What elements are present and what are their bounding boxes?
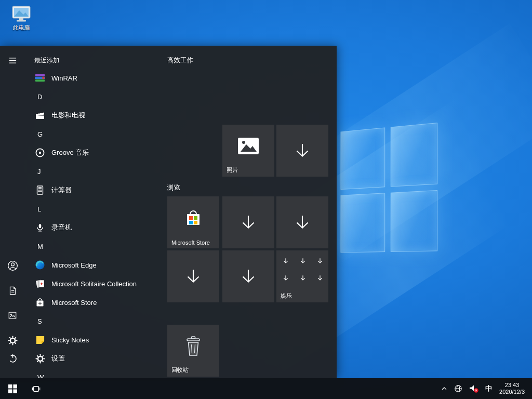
recently-added-header: 最近添加 (34, 56, 59, 65)
documents-button[interactable] (0, 278, 25, 303)
tile-area: 高效工作 照片 浏览 (161, 46, 337, 378)
app-item-microsoft-edge[interactable]: Microsoft Edge (25, 256, 161, 274)
tile-label: 娱乐 (281, 292, 292, 300)
document-icon (8, 286, 17, 296)
letter-L[interactable]: L (25, 200, 161, 218)
settings-gear-icon (34, 353, 46, 364)
start-menu: 最近添加 WinRAR D (0, 46, 337, 378)
app-label: 录音机 (51, 223, 72, 232)
app-label: 计算器 (51, 185, 72, 195)
tile-photos[interactable]: 照片 (222, 125, 274, 177)
system-tray: 中 23:43 2020/12/3 (437, 378, 532, 399)
app-item-settings[interactable]: 设置 (25, 349, 161, 368)
windows-desktop: 此电脑 (0, 0, 532, 399)
sticky-notes-icon (34, 334, 46, 345)
tile-download-3[interactable] (276, 196, 328, 248)
download-arrow-icon (222, 250, 274, 302)
letter-J[interactable]: J (25, 162, 161, 181)
app-item-groove-music[interactable]: Groove 音乐 (25, 143, 161, 162)
tile-label: 回收站 (171, 366, 189, 374)
letter-M[interactable]: M (25, 237, 161, 256)
winrar-icon (34, 72, 46, 84)
app-label: 设置 (51, 354, 65, 363)
taskbar: 中 23:43 2020/12/3 (0, 378, 532, 399)
tile-microsoft-store[interactable]: Microsoft Store (167, 196, 219, 248)
app-label: Sticky Notes (51, 336, 89, 344)
mini-download-icon (316, 257, 324, 265)
gear-icon (8, 336, 18, 345)
start-button[interactable] (0, 378, 25, 399)
tile-download-5[interactable] (222, 250, 274, 302)
ime-indicator[interactable]: 中 (482, 378, 495, 399)
windows-start-icon (8, 384, 17, 393)
logo-pane (341, 128, 384, 189)
start-menu-rail (0, 46, 25, 378)
tile-download-1[interactable] (276, 125, 328, 177)
download-arrow-icon (276, 125, 328, 177)
speaker-muted-icon (469, 384, 479, 393)
taskbar-empty-area (47, 378, 437, 399)
expand-menu-button[interactable] (0, 48, 25, 73)
app-item-calculator[interactable]: 计算器 (25, 181, 161, 200)
volume-button[interactable] (466, 378, 482, 399)
edge-icon (34, 259, 46, 271)
mini-download-icon (299, 257, 307, 265)
tile-group-title-explore[interactable]: 浏览 (167, 183, 180, 192)
mini-download-icon (282, 257, 290, 265)
app-label: Microsoft Solitaire Collection (51, 280, 137, 288)
solitaire-icon (34, 278, 46, 289)
clock-date: 2020/12/3 (499, 389, 525, 395)
groove-music-icon (34, 147, 46, 158)
store-icon (34, 297, 46, 308)
taskbar-clock[interactable]: 23:43 2020/12/3 (495, 382, 529, 395)
task-view-button[interactable] (25, 378, 47, 399)
tile-download-2[interactable] (222, 196, 274, 248)
download-arrow-icon (276, 196, 328, 248)
computer-monitor-icon (11, 5, 32, 22)
user-account-button[interactable] (0, 253, 25, 278)
letter-D[interactable]: D (25, 87, 161, 106)
app-item-voice-recorder[interactable]: 录音机 (25, 218, 161, 237)
letter-G[interactable]: G (25, 125, 161, 143)
tile-entertainment-folder[interactable]: 娱乐 (276, 250, 328, 302)
power-button[interactable] (0, 345, 25, 370)
this-pc-label: 此电脑 (13, 24, 30, 32)
globe-network-icon (454, 384, 462, 393)
user-icon (7, 260, 18, 271)
tray-overflow-button[interactable] (437, 378, 451, 399)
download-arrow-icon (222, 196, 274, 248)
letter-S[interactable]: S (25, 312, 161, 330)
tile-download-4[interactable] (167, 250, 219, 302)
tile-label: 照片 (227, 166, 238, 174)
logo-pane (341, 193, 384, 252)
movies-tv-icon (34, 110, 46, 121)
app-item-winrar[interactable]: WinRAR (25, 69, 161, 87)
app-label: 电影和电视 (51, 111, 85, 120)
app-label: Microsoft Edge (51, 261, 97, 269)
app-list: 最近添加 WinRAR D (25, 46, 161, 378)
task-view-icon (31, 384, 41, 394)
mini-download-icon (282, 274, 290, 282)
app-item-movies-tv[interactable]: 电影和电视 (25, 106, 161, 125)
app-label: WinRAR (51, 74, 77, 82)
app-list-rows: WinRAR D 电影和电视 G (25, 69, 161, 378)
download-arrow-icon (167, 250, 219, 302)
network-button[interactable] (451, 378, 466, 399)
app-item-microsoft-store[interactable]: Microsoft Store (25, 293, 161, 312)
logo-pane (391, 123, 437, 186)
calculator-icon (34, 184, 46, 196)
app-item-sticky-notes[interactable]: Sticky Notes (25, 330, 161, 349)
pictures-button[interactable] (0, 303, 25, 328)
tile-label: Microsoft Store (171, 240, 210, 246)
app-label: Microsoft Store (51, 299, 97, 307)
letter-W[interactable]: W (25, 368, 161, 378)
voice-recorder-icon (34, 222, 46, 233)
this-pc-desktop-icon[interactable]: 此电脑 (6, 5, 36, 32)
mini-download-icon (316, 274, 324, 282)
power-icon (8, 353, 18, 363)
tile-recycle-bin[interactable]: 回收站 (167, 325, 219, 377)
app-item-microsoft-solitaire-collection[interactable]: Microsoft Solitaire Collection (25, 274, 161, 293)
tile-group-title-productivity[interactable]: 高效工作 (167, 56, 193, 65)
picture-icon (8, 311, 17, 320)
chevron-up-icon (441, 385, 448, 392)
